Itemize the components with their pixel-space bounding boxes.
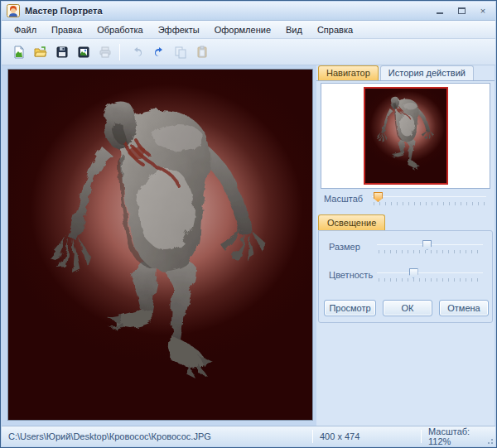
image-canvas	[7, 69, 313, 421]
color-slider-thumb[interactable]	[409, 268, 418, 278]
save-as-image-icon[interactable]	[73, 42, 94, 62]
scale-slider-track[interactable]	[372, 196, 486, 197]
size-slider-thumb[interactable]	[422, 240, 432, 250]
menu-file[interactable]: Файл	[7, 22, 44, 37]
scale-slider-thumb[interactable]	[374, 192, 383, 202]
creature-thumbnail-image	[365, 87, 446, 185]
copy-icon[interactable]	[170, 42, 191, 62]
menu-edit[interactable]: Правка	[44, 22, 89, 37]
menu-effects[interactable]: Эффекты	[151, 22, 207, 37]
window-title: Мастер Портрета	[25, 6, 103, 16]
size-slider-ticks	[379, 250, 481, 253]
undo-icon[interactable]	[127, 42, 148, 62]
toolbar-separator	[119, 44, 120, 60]
paste-icon[interactable]	[191, 42, 213, 62]
redo-icon[interactable]	[148, 42, 170, 62]
menu-decoration[interactable]: Оформление	[207, 22, 278, 37]
cancel-button[interactable]: Отмена	[439, 300, 489, 316]
navigator-thumbnail[interactable]	[364, 87, 448, 185]
menu-bar: Файл Правка Обработка Эффекты Оформление…	[2, 21, 495, 39]
status-image-size: 400 x 474	[313, 426, 421, 446]
color-slider-track[interactable]	[377, 272, 483, 273]
menu-view[interactable]: Вид	[278, 22, 310, 37]
status-zoom: Масштаб: 112%	[422, 426, 495, 446]
menu-processing[interactable]: Обработка	[89, 22, 150, 37]
tab-lighting[interactable]: Освещение	[318, 214, 385, 230]
status-file-path: C:\Users\Юрий\Desktop\Кровосос\Кровосос.…	[2, 426, 312, 446]
menu-help[interactable]: Справка	[310, 22, 360, 37]
side-panel: Навигатор История действий	[316, 65, 495, 426]
preview-button[interactable]: Просмотр	[324, 300, 376, 316]
status-bar: C:\Users\Юрий\Desktop\Кровосос\Кровосос.…	[2, 426, 495, 446]
lighting-group: Размер Цветность Просмотр ОК Отмена	[318, 230, 493, 323]
print-icon[interactable]	[94, 42, 116, 62]
resize-grip[interactable]	[485, 436, 494, 445]
navigator-preview-box	[321, 83, 490, 189]
title-bar[interactable]: Мастер Портрета ×	[2, 2, 495, 21]
new-document-icon[interactable]	[8, 42, 30, 62]
scale-slider[interactable]	[372, 191, 486, 208]
open-folder-icon[interactable]	[30, 42, 51, 62]
color-slider-ticks	[379, 278, 481, 282]
scale-label: Масштаб	[324, 194, 363, 204]
app-window: Мастер Портрета × Файл Правка Обработка …	[0, 0, 497, 448]
app-icon	[7, 4, 20, 17]
scale-slider-ticks	[374, 202, 485, 205]
size-label: Размер	[329, 242, 360, 252]
color-slider[interactable]	[377, 267, 483, 284]
creature-image	[8, 70, 313, 421]
minimize-button[interactable]	[432, 5, 447, 17]
size-slider[interactable]	[377, 239, 483, 256]
save-icon[interactable]	[51, 42, 73, 62]
ok-button[interactable]: ОК	[383, 300, 432, 316]
close-button[interactable]: ×	[475, 5, 490, 17]
toolbar	[2, 39, 495, 65]
color-label: Цветность	[329, 270, 373, 280]
maximize-button[interactable]	[454, 5, 469, 17]
tab-navigator[interactable]: Навигатор	[318, 65, 379, 80]
panel-tab-strip: Навигатор История действий	[316, 65, 495, 81]
tab-history[interactable]: История действий	[380, 65, 474, 80]
